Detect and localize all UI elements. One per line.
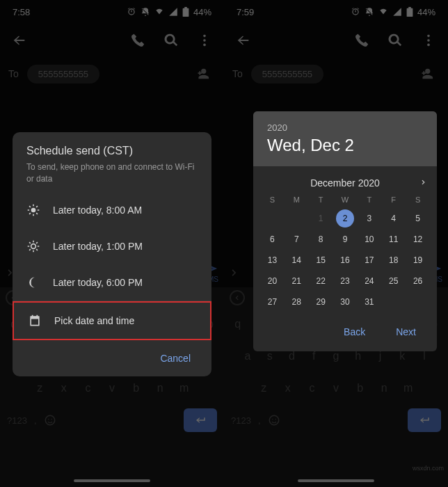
calendar-day[interactable]: 25: [381, 271, 406, 292]
calendar-day[interactable]: 15: [309, 250, 333, 271]
option-evening[interactable]: Later today, 6:00 PM: [13, 264, 211, 301]
nav-bar: [224, 474, 448, 487]
calendar-day[interactable]: 17: [357, 250, 381, 271]
calendar-day[interactable]: 1: [309, 208, 333, 229]
calendar-day[interactable]: 27: [260, 292, 285, 312]
nav-bar: [0, 474, 224, 487]
calendar-day: [285, 208, 309, 229]
sun-partial-icon: [26, 239, 40, 253]
schedule-send-dialog: Schedule send (CST) To send, keep phone …: [13, 132, 211, 376]
calendar-day[interactable]: 7: [285, 229, 309, 250]
calendar-day[interactable]: 30: [333, 292, 358, 312]
moon-icon: [26, 276, 40, 289]
sun-icon: [26, 203, 40, 217]
calendar-day[interactable]: 26: [406, 271, 430, 292]
calendar-day[interactable]: 4: [381, 208, 406, 229]
calendar-day[interactable]: 31: [357, 292, 381, 312]
dialog-subtitle: To send, keep phone on and connect to Wi…: [26, 161, 198, 185]
calendar-day[interactable]: 13: [260, 250, 285, 271]
calendar-day[interactable]: 5: [406, 208, 430, 229]
calendar-day[interactable]: 19: [406, 250, 430, 271]
dialog-title: Schedule send (CST): [26, 145, 198, 157]
calendar-day[interactable]: 3: [357, 208, 381, 229]
phone-left: 7:58 44% To 5555555555: [0, 0, 224, 487]
cancel-button[interactable]: Cancel: [153, 349, 198, 368]
option-afternoon[interactable]: Later today, 1:00 PM: [13, 228, 211, 264]
calendar-day: [381, 292, 406, 312]
calendar-day[interactable]: 14: [285, 250, 309, 271]
calendar-day[interactable]: 10: [357, 229, 381, 250]
date-picker-dialog: 2020 Wed, Dec 2 December 2020 SMTWTFS 12…: [253, 111, 437, 351]
calendar-day[interactable]: 12: [406, 229, 430, 250]
calendar-day[interactable]: 18: [381, 250, 406, 271]
back-button[interactable]: Back: [337, 322, 372, 342]
calendar-year[interactable]: 2020: [267, 122, 423, 133]
calendar-day[interactable]: 9: [333, 229, 358, 250]
calendar-day[interactable]: 28: [285, 292, 309, 312]
calendar-day[interactable]: 8: [309, 229, 333, 250]
calendar-day: [406, 292, 430, 312]
calendar-day[interactable]: 24: [357, 271, 381, 292]
calendar-day[interactable]: 21: [285, 271, 309, 292]
calendar-day[interactable]: 2: [333, 208, 358, 229]
phone-right: 7:59 44% To 5555555555: [224, 0, 448, 487]
calendar-day[interactable]: 23: [333, 271, 358, 292]
next-button[interactable]: Next: [389, 322, 423, 342]
pick-date-time-button[interactable]: Pick date and time: [13, 301, 211, 340]
calendar-day: [260, 208, 285, 229]
calendar-day[interactable]: 22: [309, 271, 333, 292]
calendar-weekdays: SMTWTFS: [260, 195, 430, 208]
next-month-button[interactable]: [420, 176, 427, 189]
calendar-month-label: December 2020: [310, 177, 380, 189]
calendar-day[interactable]: 6: [260, 229, 285, 250]
calendar-icon: [28, 314, 42, 328]
option-morning[interactable]: Later today, 8:00 AM: [13, 192, 211, 228]
calendar-day[interactable]: 11: [381, 229, 406, 250]
svg-point-7: [31, 244, 36, 248]
calendar-day[interactable]: 20: [260, 271, 285, 292]
calendar-days: 1234567891011121314151617181920212223242…: [260, 208, 430, 312]
svg-point-6: [31, 207, 36, 212]
calendar-selected-date: Wed, Dec 2: [267, 136, 423, 155]
calendar-header: 2020 Wed, Dec 2: [253, 111, 437, 166]
calendar-day[interactable]: 16: [333, 250, 358, 271]
watermark: wsxdn.com: [413, 465, 444, 472]
calendar-day[interactable]: 29: [309, 292, 333, 312]
